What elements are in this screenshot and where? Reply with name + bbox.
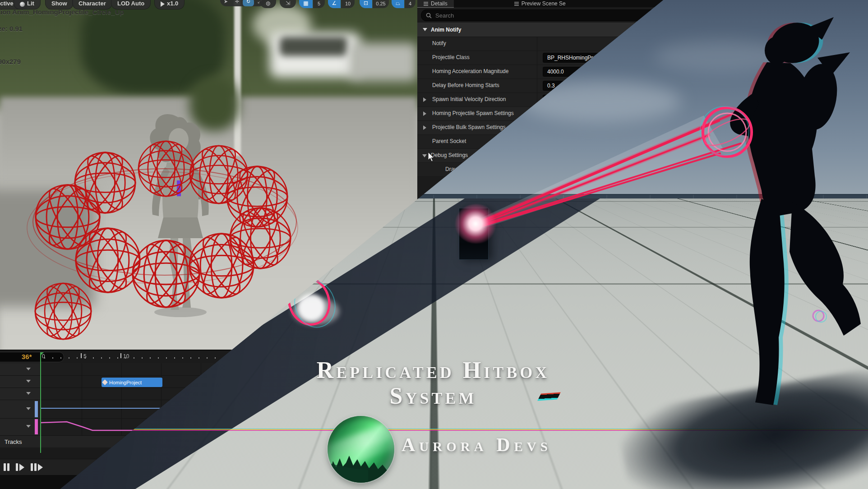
playhead[interactable] <box>40 353 41 453</box>
tab-details[interactable]: Details <box>417 0 454 8</box>
tab-details-label: Details <box>431 0 448 7</box>
tab-preview-scene-settings[interactable]: Preview Scene Se <box>508 0 572 7</box>
playback-speed-button[interactable]: x1.0 <box>154 0 185 9</box>
frame-percentage: 36* <box>22 353 32 360</box>
homing-acceleration-value: 4000.0 <box>547 69 564 75</box>
search-placeholder: Search <box>435 12 454 19</box>
promo-composite: Replicated Hitbox System Aurora Devs <box>0 0 868 489</box>
notify-marker-label: HomingProject <box>109 380 142 385</box>
play-icon <box>161 1 165 7</box>
mouse-cursor <box>428 152 435 162</box>
pause-button[interactable] <box>4 463 9 471</box>
homing-acceleration-label: Homing Acceleration Magnitude <box>432 68 508 74</box>
expand-arrow-icon[interactable] <box>423 111 426 116</box>
globe-icon: ◍ <box>266 0 270 6</box>
chevron-down-icon[interactable] <box>26 392 31 395</box>
lit-sphere-icon <box>20 2 25 7</box>
section-label: Anim Notify <box>431 27 461 33</box>
rotate-icon[interactable]: ↻ <box>243 0 254 6</box>
character-label: Character <box>78 0 106 7</box>
studio-name: Aurora Devs <box>402 434 654 456</box>
logo-trees <box>328 416 394 483</box>
expand-arrow-icon[interactable] <box>423 125 426 130</box>
timeline-ruler[interactable]: 36* 0 5 10 <box>0 351 244 364</box>
ruler-label-5: 5 <box>83 353 87 360</box>
tab-preview-label: Preview Scene Se <box>522 0 566 7</box>
notify-diamond-icon <box>102 379 108 385</box>
aurora-logo <box>328 416 394 483</box>
collapse-arrow-icon[interactable] <box>422 154 427 157</box>
delay-value: 0.3 <box>547 83 555 89</box>
transform-tools[interactable]: ➤ ✛ ↻ ⤢ <box>220 0 265 6</box>
track-header-column <box>0 363 40 447</box>
notify-label: Notify <box>432 40 446 46</box>
silhouette-character <box>730 17 861 405</box>
debug-settings-label: Debug Settings <box>431 152 468 158</box>
ruler-label-10: 10 <box>123 353 129 360</box>
overlay-resolution: 90x279 <box>0 58 21 65</box>
chevron-down-icon[interactable] <box>26 425 31 428</box>
chevron-down-icon[interactable] <box>26 368 31 370</box>
ruler-major-tick <box>81 353 82 358</box>
chevron-down-icon[interactable] <box>26 407 31 410</box>
curve-color-bar-blue <box>35 401 38 417</box>
scale-snap-icon: ⊡ <box>364 0 368 6</box>
camera-speed-button[interactable]: ⏢ <box>392 0 404 8</box>
curve-color-bar-pink <box>35 419 38 434</box>
scale-snap-button[interactable]: ⊡ <box>360 0 372 8</box>
move-icon[interactable]: ✛ <box>231 0 243 6</box>
lit-label: Lit <box>27 0 34 7</box>
hand-ring <box>700 106 753 157</box>
grid-snap-icon: ▦ <box>303 0 308 6</box>
bulk-spawn-settings-label: Projectile Bulk Spawn Settings <box>432 124 506 130</box>
expand-arrow-icon[interactable] <box>423 97 426 102</box>
angle-snap-value-label: 10 <box>345 1 351 6</box>
perspective-label: ctive <box>0 0 14 7</box>
magnifier-icon <box>426 13 432 18</box>
grid-snap-value-label: 5 <box>318 1 320 6</box>
angle-snap-button[interactable]: ∠ <box>328 0 341 8</box>
camera-speed-value-label: 4 <box>409 1 411 6</box>
title-line1: Replicated Hitbox <box>235 357 632 383</box>
delay-label: Delay Before Homing Starts <box>432 82 499 88</box>
impact-glow <box>455 204 498 244</box>
fast-forward-button[interactable] <box>31 463 43 471</box>
title-block: Replicated Hitbox System <box>235 357 632 409</box>
preview-tab-icon <box>514 1 519 6</box>
select-icon[interactable]: ➤ <box>220 0 231 6</box>
title-line2: System <box>235 383 632 409</box>
chevron-down-icon[interactable] <box>26 380 31 383</box>
collapse-arrow-icon <box>423 28 427 31</box>
grid-snap-button[interactable]: ▦ <box>299 0 313 8</box>
scale-snap-value-label: 0.25 <box>376 1 385 6</box>
notify-track-marker[interactable]: HomingProject <box>102 378 162 387</box>
camera-icon: ⏢ <box>396 0 400 6</box>
surface-snap-icon: ⇲ <box>286 0 290 6</box>
show-label: Show <box>51 0 67 7</box>
parent-socket-label: Parent Socket <box>432 138 466 144</box>
speed-label: x1.0 <box>167 0 178 7</box>
step-forward-button[interactable] <box>16 463 24 471</box>
homing-spawn-settings-label: Homing Projectile Spawn Settings <box>432 110 514 116</box>
details-tab-icon <box>424 1 428 6</box>
spawn-velocity-label: Spawn Initial Velocity Direction <box>432 96 506 102</box>
details-tabbar: Details Preview Scene Se <box>417 0 688 7</box>
scale-snap-value[interactable]: 0.25 <box>373 0 389 8</box>
projectile-class-label: Projectile Class <box>432 54 470 60</box>
overlay-size: ze: 0.91 <box>0 25 23 32</box>
lod-label: LOD Auto <box>117 0 144 7</box>
ruler-major-tick <box>120 353 121 358</box>
tracks-label: Tracks <box>5 438 22 445</box>
overlay-animation-name: tion Anim_HomingProjectile_Circle_Up <box>0 8 124 16</box>
ruler-minor-ticks <box>44 357 238 359</box>
angle-snap-icon: ∠ <box>332 0 337 6</box>
